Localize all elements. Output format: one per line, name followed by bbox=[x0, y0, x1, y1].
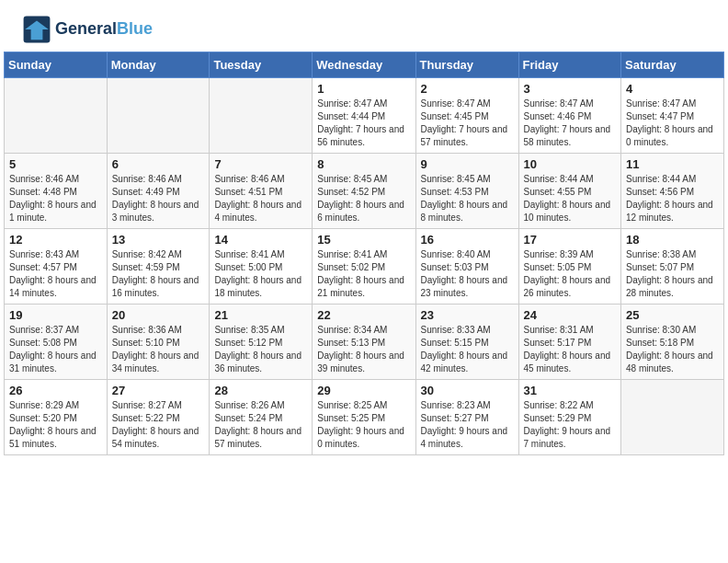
weekday-header: Thursday bbox=[415, 52, 518, 78]
calendar-table: SundayMondayTuesdayWednesdayThursdayFrid… bbox=[4, 52, 724, 455]
day-number: 8 bbox=[317, 157, 410, 171]
calendar-cell: 29Sunrise: 8:25 AM Sunset: 5:25 PM Dayli… bbox=[313, 380, 415, 455]
day-number: 24 bbox=[524, 308, 617, 322]
calendar-cell: 27Sunrise: 8:27 AM Sunset: 5:22 PM Dayli… bbox=[107, 380, 210, 455]
day-number: 1 bbox=[317, 82, 410, 96]
day-number: 26 bbox=[9, 384, 102, 397]
calendar-cell: 7Sunrise: 8:46 AM Sunset: 4:51 PM Daylig… bbox=[210, 154, 313, 229]
calendar-cell: 25Sunrise: 8:30 AM Sunset: 5:18 PM Dayli… bbox=[621, 304, 724, 380]
calendar-week-row: 19Sunrise: 8:37 AM Sunset: 5:08 PM Dayli… bbox=[5, 304, 724, 380]
day-info: Sunrise: 8:47 AM Sunset: 4:47 PM Dayligh… bbox=[626, 98, 719, 149]
calendar-week-row: 1Sunrise: 8:47 AM Sunset: 4:44 PM Daylig… bbox=[5, 78, 724, 154]
calendar-week-row: 12Sunrise: 8:43 AM Sunset: 4:57 PM Dayli… bbox=[5, 229, 724, 304]
weekday-header: Tuesday bbox=[210, 52, 313, 78]
day-number: 25 bbox=[626, 308, 719, 322]
day-info: Sunrise: 8:36 AM Sunset: 5:10 PM Dayligh… bbox=[112, 324, 205, 375]
day-info: Sunrise: 8:45 AM Sunset: 4:53 PM Dayligh… bbox=[421, 173, 514, 224]
day-number: 22 bbox=[317, 308, 410, 322]
day-number: 3 bbox=[524, 82, 617, 96]
calendar-cell: 3Sunrise: 8:47 AM Sunset: 4:46 PM Daylig… bbox=[518, 78, 621, 154]
day-info: Sunrise: 8:41 AM Sunset: 5:00 PM Dayligh… bbox=[214, 248, 307, 300]
weekday-header: Saturday bbox=[621, 52, 724, 78]
day-number: 4 bbox=[626, 82, 719, 96]
day-info: Sunrise: 8:47 AM Sunset: 4:45 PM Dayligh… bbox=[421, 98, 514, 149]
day-info: Sunrise: 8:33 AM Sunset: 5:15 PM Dayligh… bbox=[421, 324, 514, 375]
day-info: Sunrise: 8:46 AM Sunset: 4:48 PM Dayligh… bbox=[9, 173, 102, 224]
weekday-header-row: SundayMondayTuesdayWednesdayThursdayFrid… bbox=[5, 52, 724, 78]
calendar-cell: 15Sunrise: 8:41 AM Sunset: 5:02 PM Dayli… bbox=[313, 229, 415, 304]
day-info: Sunrise: 8:45 AM Sunset: 4:52 PM Dayligh… bbox=[317, 173, 410, 224]
calendar-cell: 10Sunrise: 8:44 AM Sunset: 4:55 PM Dayli… bbox=[518, 154, 621, 229]
day-info: Sunrise: 8:44 AM Sunset: 4:56 PM Dayligh… bbox=[626, 173, 719, 224]
day-info: Sunrise: 8:46 AM Sunset: 4:49 PM Dayligh… bbox=[112, 173, 205, 224]
day-info: Sunrise: 8:22 AM Sunset: 5:29 PM Dayligh… bbox=[524, 399, 617, 451]
page-header: GeneralBlue bbox=[4, 0, 724, 52]
day-info: Sunrise: 8:27 AM Sunset: 5:22 PM Dayligh… bbox=[112, 399, 205, 451]
calendar-cell: 8Sunrise: 8:45 AM Sunset: 4:52 PM Daylig… bbox=[313, 154, 415, 229]
day-number: 18 bbox=[626, 233, 719, 247]
day-number: 19 bbox=[9, 308, 102, 322]
calendar-cell: 19Sunrise: 8:37 AM Sunset: 5:08 PM Dayli… bbox=[5, 304, 108, 380]
calendar-cell: 13Sunrise: 8:42 AM Sunset: 4:59 PM Dayli… bbox=[107, 229, 210, 304]
calendar-cell: 5Sunrise: 8:46 AM Sunset: 4:48 PM Daylig… bbox=[5, 154, 108, 229]
calendar-cell: 11Sunrise: 8:44 AM Sunset: 4:56 PM Dayli… bbox=[621, 154, 724, 229]
calendar-cell: 28Sunrise: 8:26 AM Sunset: 5:24 PM Dayli… bbox=[210, 380, 313, 455]
day-number: 12 bbox=[9, 233, 102, 247]
day-number: 11 bbox=[626, 157, 719, 171]
day-number: 14 bbox=[214, 233, 307, 247]
calendar-cell: 24Sunrise: 8:31 AM Sunset: 5:17 PM Dayli… bbox=[518, 304, 621, 380]
calendar-week-row: 26Sunrise: 8:29 AM Sunset: 5:20 PM Dayli… bbox=[5, 380, 724, 455]
calendar-cell: 1Sunrise: 8:47 AM Sunset: 4:44 PM Daylig… bbox=[313, 78, 415, 154]
day-number: 30 bbox=[421, 384, 514, 397]
day-number: 28 bbox=[214, 384, 307, 397]
calendar-week-row: 5Sunrise: 8:46 AM Sunset: 4:48 PM Daylig… bbox=[5, 154, 724, 229]
calendar-cell: 31Sunrise: 8:22 AM Sunset: 5:29 PM Dayli… bbox=[518, 380, 621, 455]
weekday-header: Sunday bbox=[5, 52, 108, 78]
calendar-cell: 21Sunrise: 8:35 AM Sunset: 5:12 PM Dayli… bbox=[210, 304, 313, 380]
weekday-header: Wednesday bbox=[313, 52, 415, 78]
day-info: Sunrise: 8:25 AM Sunset: 5:25 PM Dayligh… bbox=[317, 399, 410, 451]
day-number: 29 bbox=[317, 384, 410, 397]
day-info: Sunrise: 8:37 AM Sunset: 5:08 PM Dayligh… bbox=[9, 324, 102, 375]
day-number: 20 bbox=[112, 308, 205, 322]
day-info: Sunrise: 8:29 AM Sunset: 5:20 PM Dayligh… bbox=[9, 399, 102, 451]
day-info: Sunrise: 8:38 AM Sunset: 5:07 PM Dayligh… bbox=[626, 248, 719, 300]
calendar-cell: 23Sunrise: 8:33 AM Sunset: 5:15 PM Dayli… bbox=[415, 304, 518, 380]
day-info: Sunrise: 8:44 AM Sunset: 4:55 PM Dayligh… bbox=[524, 173, 617, 224]
calendar-cell bbox=[107, 78, 210, 154]
day-number: 31 bbox=[524, 384, 617, 397]
day-number: 13 bbox=[112, 233, 205, 247]
day-number: 6 bbox=[112, 157, 205, 171]
day-number: 17 bbox=[524, 233, 617, 247]
day-info: Sunrise: 8:47 AM Sunset: 4:46 PM Dayligh… bbox=[524, 98, 617, 149]
weekday-header: Monday bbox=[107, 52, 210, 78]
calendar-cell bbox=[5, 78, 108, 154]
day-info: Sunrise: 8:46 AM Sunset: 4:51 PM Dayligh… bbox=[214, 173, 307, 224]
calendar-cell: 20Sunrise: 8:36 AM Sunset: 5:10 PM Dayli… bbox=[107, 304, 210, 380]
calendar-cell: 22Sunrise: 8:34 AM Sunset: 5:13 PM Dayli… bbox=[313, 304, 415, 380]
calendar-cell: 30Sunrise: 8:23 AM Sunset: 5:27 PM Dayli… bbox=[415, 380, 518, 455]
calendar-cell: 9Sunrise: 8:45 AM Sunset: 4:53 PM Daylig… bbox=[415, 154, 518, 229]
day-number: 10 bbox=[524, 157, 617, 171]
day-number: 16 bbox=[421, 233, 514, 247]
day-number: 5 bbox=[9, 157, 102, 171]
calendar-cell bbox=[621, 380, 724, 455]
day-info: Sunrise: 8:34 AM Sunset: 5:13 PM Dayligh… bbox=[317, 324, 410, 375]
calendar-cell: 14Sunrise: 8:41 AM Sunset: 5:00 PM Dayli… bbox=[210, 229, 313, 304]
day-number: 2 bbox=[421, 82, 514, 96]
logo-text: GeneralBlue bbox=[55, 20, 153, 39]
day-number: 27 bbox=[112, 384, 205, 397]
day-info: Sunrise: 8:40 AM Sunset: 5:03 PM Dayligh… bbox=[421, 248, 514, 300]
day-info: Sunrise: 8:31 AM Sunset: 5:17 PM Dayligh… bbox=[524, 324, 617, 375]
day-info: Sunrise: 8:30 AM Sunset: 5:18 PM Dayligh… bbox=[626, 324, 719, 375]
calendar-cell: 18Sunrise: 8:38 AM Sunset: 5:07 PM Dayli… bbox=[621, 229, 724, 304]
day-number: 7 bbox=[214, 157, 307, 171]
day-number: 21 bbox=[214, 308, 307, 322]
calendar-cell bbox=[210, 78, 313, 154]
day-info: Sunrise: 8:26 AM Sunset: 5:24 PM Dayligh… bbox=[214, 399, 307, 451]
day-number: 15 bbox=[317, 233, 410, 247]
logo: GeneralBlue bbox=[22, 15, 153, 44]
day-info: Sunrise: 8:43 AM Sunset: 4:57 PM Dayligh… bbox=[9, 248, 102, 300]
day-info: Sunrise: 8:42 AM Sunset: 4:59 PM Dayligh… bbox=[112, 248, 205, 300]
calendar-cell: 26Sunrise: 8:29 AM Sunset: 5:20 PM Dayli… bbox=[5, 380, 108, 455]
